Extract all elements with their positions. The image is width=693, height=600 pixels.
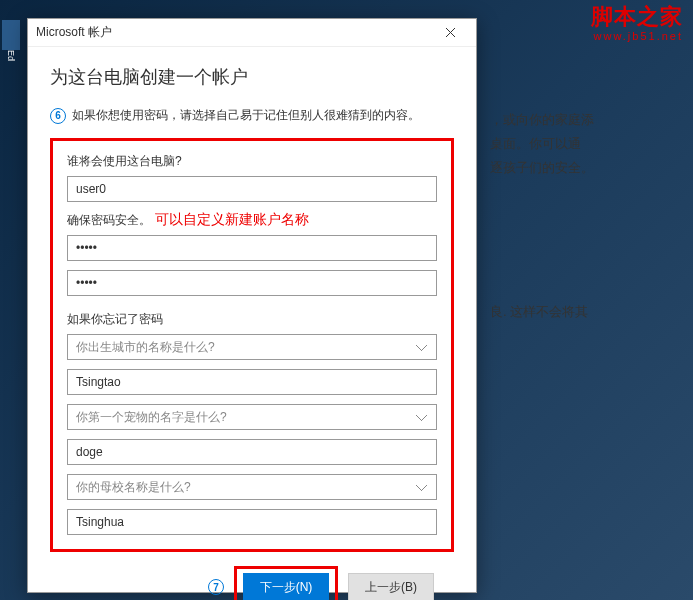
watermark-title: 脚本之家 bbox=[591, 2, 683, 32]
step-badge-6: 6 bbox=[50, 108, 66, 124]
dialog-button-row: 7 下一步(N) 上一步(B) bbox=[50, 552, 454, 600]
instruction-text: 如果你想使用密码，请选择自己易于记住但别人很难猜到的内容。 bbox=[72, 107, 420, 124]
create-account-dialog: Microsoft 帐户 为这台电脑创建一个帐户 6 如果你想使用密码，请选择自… bbox=[27, 18, 477, 593]
background-partial-text: ，或向你的家庭添 桌面。你可以通 逐孩子们的安全。 良. 这样不会将其 bbox=[490, 108, 594, 324]
dialog-titlebar: Microsoft 帐户 bbox=[28, 19, 476, 47]
watermark: 脚本之家 www.jb51.net bbox=[591, 2, 683, 42]
edge-partial: Ed bbox=[6, 50, 24, 61]
next-button[interactable]: 下一步(N) bbox=[243, 573, 329, 600]
back-button[interactable]: 上一步(B) bbox=[348, 573, 434, 600]
close-button[interactable] bbox=[430, 21, 470, 45]
annotation-custom-name: 可以自定义新建账户名称 bbox=[155, 211, 309, 229]
username-input[interactable] bbox=[67, 176, 437, 202]
security-question-2[interactable]: 你第一个宠物的名字是什么? bbox=[67, 404, 437, 430]
step-badge-7: 7 bbox=[208, 579, 224, 595]
password-confirm-input[interactable] bbox=[67, 270, 437, 296]
watermark-url: www.jb51.net bbox=[591, 30, 683, 42]
highlighted-form-area: 谁将会使用这台电脑? 确保密码安全。 可以自定义新建账户名称 如果你忘记了密码 … bbox=[50, 138, 454, 552]
dialog-title: Microsoft 帐户 bbox=[36, 24, 430, 41]
dialog-heading: 为这台电脑创建一个帐户 bbox=[50, 65, 454, 89]
security-answer-1[interactable] bbox=[67, 369, 437, 395]
label-forgot-password: 如果你忘记了密码 bbox=[67, 311, 437, 328]
dialog-content: 为这台电脑创建一个帐户 6 如果你想使用密码，请选择自己易于记住但别人很难猜到的… bbox=[28, 47, 476, 600]
taskbar-icon[interactable] bbox=[2, 20, 20, 50]
security-answer-3[interactable] bbox=[67, 509, 437, 535]
password-input[interactable] bbox=[67, 235, 437, 261]
next-button-highlight: 下一步(N) bbox=[234, 566, 338, 600]
security-question-3[interactable]: 你的母校名称是什么? bbox=[67, 474, 437, 500]
security-answer-2[interactable] bbox=[67, 439, 437, 465]
close-icon bbox=[445, 27, 456, 38]
instruction-row: 6 如果你想使用密码，请选择自己易于记住但别人很难猜到的内容。 bbox=[50, 107, 454, 124]
label-who-uses: 谁将会使用这台电脑? bbox=[67, 153, 437, 170]
label-password-safe: 确保密码安全。 bbox=[67, 212, 151, 229]
security-question-1[interactable]: 你出生城市的名称是什么? bbox=[67, 334, 437, 360]
